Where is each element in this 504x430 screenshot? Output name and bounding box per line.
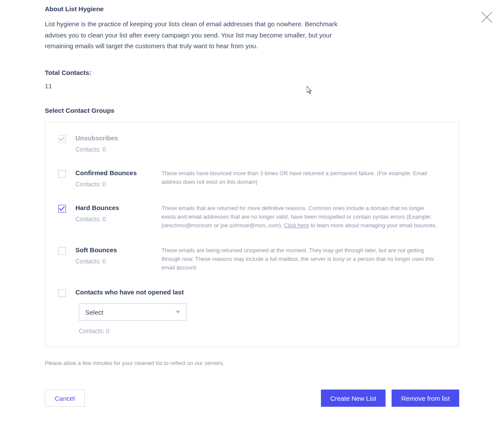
close-button[interactable]	[478, 9, 495, 26]
footer: Cancel Create New List Remove from list	[45, 390, 459, 407]
group-name-not-opened: Contacts who have not opened last	[75, 288, 446, 296]
group-row-unsubscribes: Unsubscribes Contacts: 0	[58, 134, 446, 153]
create-new-list-button[interactable]: Create New List	[321, 390, 386, 407]
group-desc-confirmed-bounces: These emails have bounced more than 3 ti…	[162, 169, 446, 186]
group-count-unsubscribes: Contacts: 0	[75, 146, 153, 153]
group-desc-soft-bounces: These emails are being returned unopened…	[162, 246, 446, 272]
processing-note: Please allow a few minutes for your clea…	[45, 360, 459, 366]
about-description: List hygiene is the practice of keeping …	[45, 19, 346, 52]
group-row-hard-bounces: Hard Bounces Contacts: 0 These emails th…	[58, 204, 446, 230]
select-groups-title: Select Contact Groups	[45, 107, 459, 114]
checkbox-hard-bounces[interactable]	[58, 205, 66, 213]
not-opened-select[interactable]: Select	[79, 303, 187, 321]
groups-panel: Unsubscribes Contacts: 0 Confirmed Bounc…	[45, 122, 459, 347]
group-name-soft-bounces: Soft Bounces	[75, 246, 153, 254]
checkbox-soft-bounces[interactable]	[58, 247, 66, 255]
group-name-confirmed-bounces: Confirmed Bounces	[75, 169, 153, 176]
group-name-unsubscribes: Unsubscribes	[75, 134, 153, 142]
group-row-confirmed-bounces: Confirmed Bounces Contacts: 0 These emai…	[58, 169, 446, 188]
cancel-button[interactable]: Cancel	[45, 390, 85, 407]
group-row-not-opened: Contacts who have not opened last Select…	[58, 288, 446, 334]
group-row-soft-bounces: Soft Bounces Contacts: 0 These emails ar…	[58, 246, 446, 272]
click-here-link[interactable]: Click here	[284, 222, 309, 229]
group-desc-hard-bounces: These emails that are returned for more …	[162, 204, 446, 230]
checkbox-confirmed-bounces[interactable]	[58, 170, 66, 178]
group-count-hard-bounces: Contacts: 0	[75, 216, 153, 223]
group-count-confirmed-bounces: Contacts: 0	[75, 181, 153, 188]
checkbox-unsubscribes	[58, 135, 66, 143]
select-value: Select	[85, 309, 103, 316]
chevron-down-icon	[176, 311, 180, 313]
group-count-soft-bounces: Contacts: 0	[75, 258, 153, 265]
remove-from-list-button[interactable]: Remove from list	[392, 390, 459, 407]
about-title: About List Hygiene	[45, 5, 459, 12]
group-count-not-opened: Contacts: 0	[79, 328, 446, 334]
total-contacts-label: Total Contacts:	[45, 69, 459, 76]
total-contacts-value: 11	[45, 82, 459, 90]
group-name-hard-bounces: Hard Bounces	[75, 204, 153, 211]
close-icon	[481, 11, 493, 23]
checkbox-not-opened[interactable]	[58, 289, 66, 297]
